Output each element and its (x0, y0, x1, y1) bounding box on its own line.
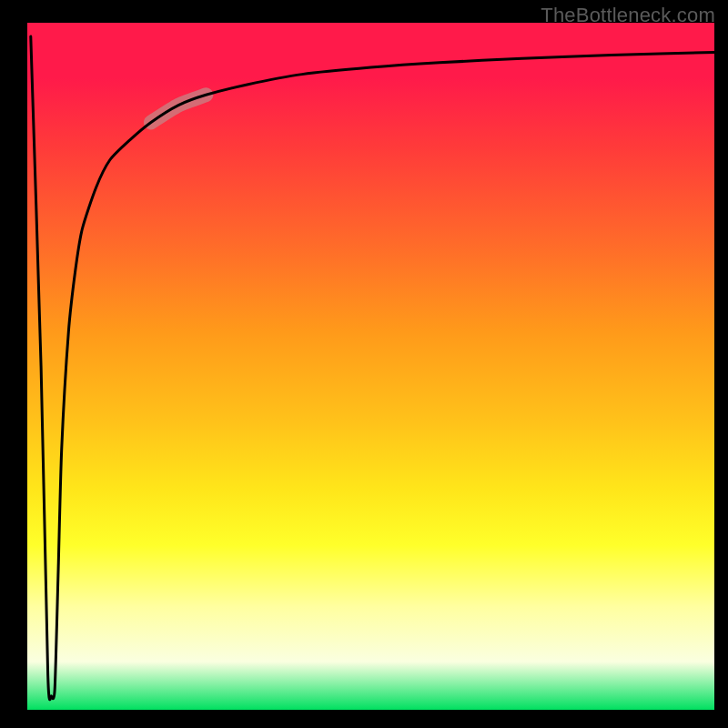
attribution-text: TheBottleneck.com (541, 4, 715, 27)
plot-gradient-background (27, 23, 714, 710)
chart-container: TheBottleneck.com (0, 0, 728, 728)
